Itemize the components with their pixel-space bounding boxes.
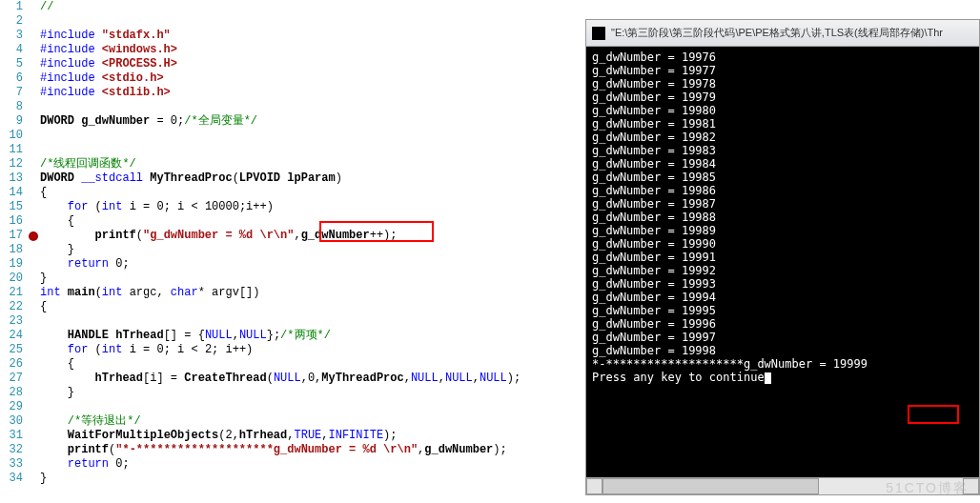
- code-area[interactable]: // #include "stdafx.h"#include <windows.…: [40, 0, 582, 503]
- console-window: "E:\第三阶段\第三阶段代码\PE\PE格式第八讲,TLS表(线程局部存储)\…: [585, 19, 980, 495]
- console-title: "E:\第三阶段\第三阶段代码\PE\PE格式第八讲,TLS表(线程局部存储)\…: [611, 26, 973, 40]
- breakpoint-column[interactable]: [29, 0, 40, 503]
- console-icon: [592, 27, 605, 40]
- highlight-box-code: [319, 221, 434, 242]
- code-editor[interactable]: 1234567891011121314151617181920212223242…: [0, 0, 582, 503]
- scroll-thumb[interactable]: [602, 478, 819, 494]
- console-titlebar[interactable]: "E:\第三阶段\第三阶段代码\PE\PE格式第八讲,TLS表(线程局部存储)\…: [586, 20, 979, 47]
- line-number-gutter: 1234567891011121314151617181920212223242…: [0, 0, 29, 503]
- scroll-left-button[interactable]: [586, 478, 602, 494]
- highlight-box-console: [908, 405, 959, 424]
- breakpoint-marker[interactable]: [29, 231, 38, 241]
- watermark-text: 51CTO博客: [886, 480, 969, 497]
